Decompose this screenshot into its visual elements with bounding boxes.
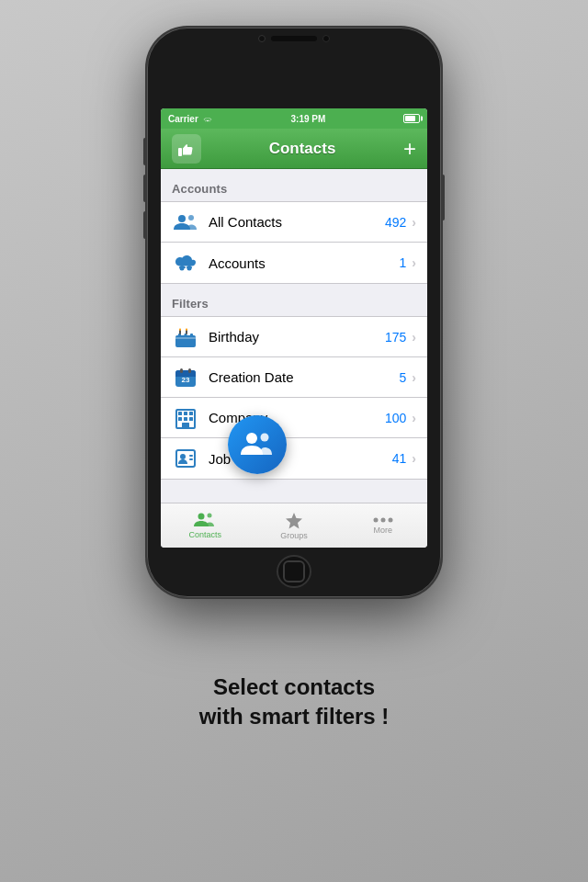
status-bar-right <box>403 114 420 123</box>
cloud-contacts-icon <box>172 249 199 277</box>
tagline-area: Select contactswith smart filters ! <box>0 673 588 732</box>
svg-point-36 <box>246 433 257 444</box>
groups-tab-label: Groups <box>280 531 308 540</box>
nav-title: Contacts <box>269 140 336 158</box>
accounts-section-header: Accounts <box>161 169 427 201</box>
contacts-icon <box>172 209 199 236</box>
more-tab-label: More <box>373 526 392 535</box>
all-contacts-chevron: › <box>412 215 416 230</box>
app-badge-icon <box>228 415 287 474</box>
contacts-tab-label: Contacts <box>189 530 222 539</box>
accounts-count: 1 <box>400 255 407 270</box>
all-contacts-item[interactable]: All Contacts 492 › <box>161 202 427 243</box>
screen: Carrier 3:19 PM <box>161 108 427 548</box>
svg-rect-23 <box>184 417 187 421</box>
nav-logo-icon <box>177 140 196 158</box>
time-display: 3:19 PM <box>291 114 326 124</box>
badge-contacts-icon <box>241 431 274 458</box>
front-camera-icon <box>258 35 266 42</box>
nav-bar: Contacts + <box>161 129 427 169</box>
svg-marker-32 <box>286 513 302 529</box>
svg-rect-16 <box>180 368 183 373</box>
creation-date-chevron: › <box>412 370 416 385</box>
creation-date-item[interactable]: 23 Creation Date 5 › <box>161 357 427 398</box>
building-icon <box>172 404 199 432</box>
accounts-chevron: › <box>412 255 416 270</box>
home-button[interactable] <box>277 555 311 588</box>
more-tab[interactable]: More <box>338 503 427 548</box>
svg-rect-0 <box>178 148 182 156</box>
birthday-count: 175 <box>385 330 406 345</box>
svg-rect-19 <box>178 412 182 415</box>
birthday-label: Birthday <box>209 329 385 345</box>
battery-fill <box>405 116 415 121</box>
status-bar-left: Carrier <box>168 114 213 124</box>
svg-point-1 <box>178 215 186 222</box>
calendar-icon: 23 <box>172 364 199 391</box>
svg-rect-20 <box>184 412 187 415</box>
svg-rect-28 <box>189 455 193 457</box>
svg-rect-22 <box>178 417 182 421</box>
svg-point-27 <box>180 454 186 459</box>
svg-point-31 <box>208 514 212 518</box>
earpiece <box>271 36 317 41</box>
camera-area <box>258 35 330 42</box>
company-chevron: › <box>412 411 416 425</box>
creation-date-count: 5 <box>400 370 407 385</box>
company-label: Company <box>209 410 385 425</box>
job-title-chevron: › <box>412 451 416 466</box>
filters-list-group: Birthday 175 › 23 <box>161 316 427 480</box>
birthday-chevron: › <box>412 330 416 345</box>
birthday-icon <box>172 323 199 351</box>
svg-rect-21 <box>189 412 193 415</box>
svg-point-35 <box>388 518 392 523</box>
contacts-tab-icon <box>194 512 216 528</box>
company-item[interactable]: Company 100 › <box>161 398 427 438</box>
tagline-line1: Select contactswith smart filters ! <box>37 673 551 732</box>
carrier-label: Carrier <box>168 114 198 124</box>
accounts-list-group: All Contacts 492 › A <box>161 201 427 284</box>
svg-point-34 <box>380 518 385 523</box>
groups-tab[interactable]: Groups <box>250 503 339 548</box>
svg-text:23: 23 <box>182 376 190 384</box>
add-button[interactable]: + <box>403 138 416 160</box>
svg-point-30 <box>198 514 205 520</box>
svg-rect-25 <box>182 423 189 428</box>
home-button-inner <box>283 560 305 582</box>
svg-rect-24 <box>189 417 193 421</box>
battery-icon <box>403 114 420 123</box>
svg-point-37 <box>261 434 269 442</box>
proximity-sensor <box>322 35 330 42</box>
job-title-item[interactable]: Job Title 41 › <box>161 438 427 479</box>
birthday-item[interactable]: Birthday 175 › <box>161 317 427 357</box>
contacts-tab[interactable]: Contacts <box>161 503 250 548</box>
tab-bar: Contacts Groups More <box>161 503 427 548</box>
all-contacts-label: All Contacts <box>209 214 385 230</box>
job-title-count: 41 <box>392 451 407 466</box>
phone-frame: Carrier 3:19 PM <box>147 28 441 597</box>
svg-point-33 <box>373 518 378 523</box>
badge-list-icon <box>172 445 199 472</box>
svg-rect-8 <box>190 334 193 337</box>
svg-point-2 <box>188 215 194 220</box>
nav-icon-left[interactable] <box>172 134 201 164</box>
filters-section-header: Filters <box>161 284 427 316</box>
svg-rect-17 <box>188 368 191 373</box>
company-count: 100 <box>385 411 406 425</box>
status-bar: Carrier 3:19 PM <box>161 108 427 129</box>
svg-rect-9 <box>175 337 196 339</box>
groups-tab-icon <box>284 511 304 529</box>
creation-date-label: Creation Date <box>209 369 400 385</box>
accounts-item[interactable]: Accounts 1 › <box>161 243 427 283</box>
accounts-label: Accounts <box>209 255 400 271</box>
all-contacts-count: 492 <box>385 215 406 230</box>
svg-rect-29 <box>189 458 193 460</box>
more-tab-icon <box>373 516 393 524</box>
content-area: Accounts All Contacts 492 › <box>161 169 427 503</box>
wifi-icon <box>202 115 213 123</box>
